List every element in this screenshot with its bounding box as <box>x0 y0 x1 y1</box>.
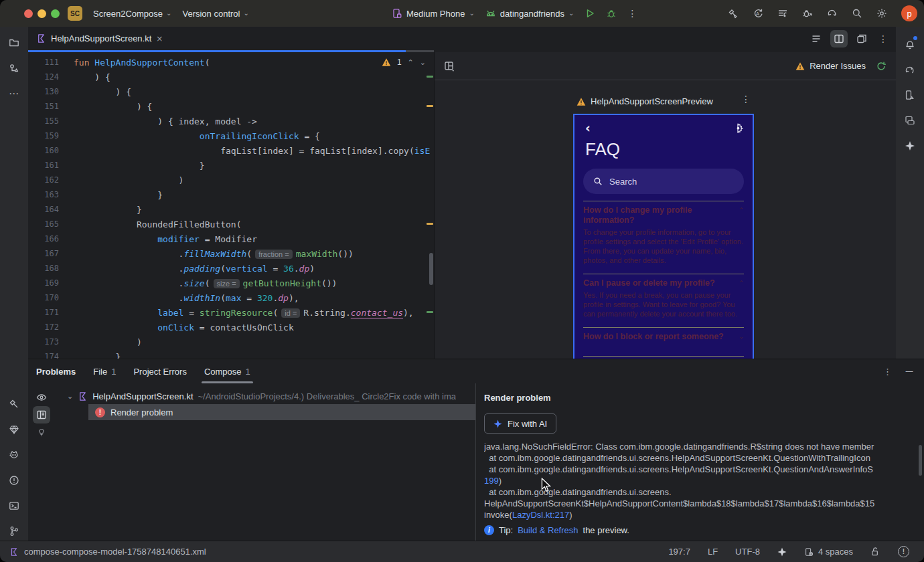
project-tool-button[interactable] <box>5 33 23 52</box>
editor-scrollbar[interactable] <box>429 253 433 285</box>
debug-button[interactable] <box>606 8 617 19</box>
ai-status-sparkle-icon[interactable] <box>777 547 787 557</box>
code-line[interactable]: 162 ) <box>28 173 434 187</box>
inspection-status-icon[interactable]: ! <box>898 546 909 557</box>
zoom-window-button[interactable] <box>51 9 60 18</box>
code-line[interactable]: 169 .size(size =getButtonHeight()) <box>28 276 434 290</box>
terminal-tool-button[interactable] <box>5 496 23 515</box>
editor-tab[interactable]: HelpAndSupportScreen.kt × <box>28 27 171 50</box>
gradle-tool-button[interactable] <box>901 60 919 79</box>
device-manager-tool-button[interactable] <box>901 86 919 104</box>
code-line[interactable]: 170 .widthIn(max = 320.dp), <box>28 290 434 305</box>
code-line[interactable]: 111fun HelpAndSupportContent( <box>28 55 434 70</box>
code-line[interactable]: 167 .fillMaxWidth(fraction =maxWidth()) <box>28 246 434 261</box>
build-icon[interactable] <box>728 8 739 19</box>
build-tool-button[interactable] <box>5 395 23 413</box>
render-problem-row[interactable]: ! Render problem <box>88 404 475 420</box>
preview-problem-button[interactable] <box>33 389 50 406</box>
preview-frame[interactable]: ‹ FAQ Search How do I change my profile … <box>573 114 754 359</box>
code-editor[interactable]: 111fun HelpAndSupportContent(124 ) {130 … <box>28 52 435 359</box>
problems-tool-button[interactable] <box>5 471 23 490</box>
more-tool-windows-button[interactable]: ⋯ <box>5 84 23 103</box>
render-issues-label[interactable]: Render Issues <box>810 61 866 71</box>
minimize-window-button[interactable] <box>37 9 46 18</box>
preview-canvas[interactable]: HelpAndSupportScreenPreview ⋮ ‹ FAQ Sear… <box>435 80 896 359</box>
prev-problem-icon[interactable]: ⌃ <box>408 58 414 67</box>
code-line[interactable]: 130 ) { <box>28 84 434 99</box>
settings-gear-icon[interactable] <box>876 8 887 19</box>
tab-file[interactable]: File1 <box>93 359 116 383</box>
apply-changes-icon[interactable]: A <box>753 8 763 19</box>
code-line[interactable]: 166 modifier = Modifier <box>28 231 434 246</box>
quick-fix-button[interactable] <box>33 424 50 441</box>
lock-open-icon[interactable] <box>870 547 880 557</box>
panel-options-kebab-icon[interactable]: ⋮ <box>883 367 892 377</box>
code-line[interactable]: 160 faqList[index] = faqList[index].copy… <box>28 143 434 158</box>
code-line[interactable]: 163 } <box>28 187 434 202</box>
stripe-mark-warning[interactable] <box>427 223 433 225</box>
trace-link[interactable]: LazyDsl.kt:217 <box>512 510 569 520</box>
code-line[interactable]: 168 .padding(vertical = 36.dp) <box>28 261 434 276</box>
notifications-button[interactable] <box>901 35 919 54</box>
code-line[interactable]: 171 label = stringResource(id =R.string.… <box>28 305 434 320</box>
build-tasks-icon[interactable] <box>777 8 788 19</box>
run-button[interactable] <box>585 8 595 19</box>
caret-position-widget[interactable]: 197:7 <box>668 547 690 557</box>
code-line[interactable]: 172 onClick = contactUsOnClick <box>28 320 434 335</box>
resource-manager-tool-button[interactable] <box>5 59 23 78</box>
version-control-tool-button[interactable] <box>5 522 23 541</box>
fix-with-ai-button[interactable]: Fix with AI <box>484 413 556 434</box>
code-area[interactable]: 111fun HelpAndSupportContent(124 ) {130 … <box>28 52 434 359</box>
stripe-mark-ok[interactable] <box>427 311 433 313</box>
device-selector[interactable]: Medium Phone ⌄ <box>392 8 475 19</box>
detach-editor-button[interactable] <box>853 30 870 48</box>
editor-list-button[interactable] <box>807 30 825 48</box>
split-editor-button[interactable] <box>830 30 848 48</box>
code-line[interactable]: 155 ) { index, model -> <box>28 114 434 128</box>
preview-name-row[interactable]: HelpAndSupportScreenPreview <box>576 96 713 106</box>
tab-compose[interactable]: Compose1 <box>204 359 250 383</box>
gradle-sync-icon[interactable] <box>827 8 838 19</box>
trace-link[interactable]: 199 <box>484 476 499 486</box>
code-line[interactable]: 165 RoundedFilledButton( <box>28 217 434 231</box>
code-line[interactable]: 161 } <box>28 158 434 173</box>
code-line[interactable]: 151 ) { <box>28 99 434 114</box>
build-refresh-link[interactable]: Build & Refresh <box>518 525 578 535</box>
close-tab-icon[interactable]: × <box>156 34 163 43</box>
line-ending-widget[interactable]: LF <box>708 547 718 557</box>
run-more-kebab-icon[interactable]: ⋮ <box>627 8 637 19</box>
run-config-selector[interactable]: datingandfriends ⌄ <box>485 8 574 19</box>
open-details-button[interactable] <box>33 406 50 424</box>
code-line[interactable]: 124 ) { <box>28 70 434 84</box>
apply-changes-debug-icon[interactable] <box>802 8 813 19</box>
close-window-button[interactable] <box>24 9 33 18</box>
tab-project-errors[interactable]: Project Errors <box>133 359 186 383</box>
indent-widget[interactable]: 4 spaces <box>804 547 853 557</box>
search-icon[interactable] <box>852 8 862 19</box>
inspections-widget[interactable]: 1 ⌃ ⌄ <box>382 58 426 67</box>
project-widget[interactable]: Screen2Compose ⌄ <box>93 9 171 19</box>
vcs-widget[interactable]: Version control ⌄ <box>182 9 248 19</box>
preview-kebab-icon[interactable]: ⋮ <box>741 94 751 104</box>
code-line[interactable]: 173 ) <box>28 335 434 349</box>
app-quality-insights-tool-button[interactable] <box>5 420 23 439</box>
detail-scrollbar[interactable] <box>919 445 922 476</box>
running-devices-tool-button[interactable] <box>901 111 919 130</box>
code-line[interactable]: 174 } <box>28 349 434 359</box>
code-line[interactable]: 164 } <box>28 202 434 217</box>
gemini-tool-button[interactable] <box>901 136 919 155</box>
logcat-tool-button[interactable] <box>5 446 23 464</box>
tree-chevron-icon[interactable]: ⌄ <box>67 392 73 401</box>
problem-file-row[interactable]: ⌄ HelpAndSupportScreen.kt ~/AndroidStudi… <box>55 388 475 404</box>
stripe-mark-ok[interactable] <box>427 76 433 78</box>
status-file-widget[interactable]: compose-compose-model-1758748140651.xml <box>9 547 206 557</box>
refresh-icon[interactable] <box>876 61 887 72</box>
next-problem-icon[interactable]: ⌄ <box>420 58 426 67</box>
stripe-mark-warning[interactable] <box>427 105 433 107</box>
user-avatar[interactable]: p <box>901 5 917 21</box>
hide-panel-icon[interactable]: — <box>905 367 913 376</box>
code-line[interactable]: 159 onTrailingIconClick = { <box>28 128 434 143</box>
editor-more-kebab-icon[interactable]: ⋮ <box>876 33 891 44</box>
preview-layout-icon[interactable] <box>444 61 455 72</box>
encoding-widget[interactable]: UTF-8 <box>735 547 760 557</box>
